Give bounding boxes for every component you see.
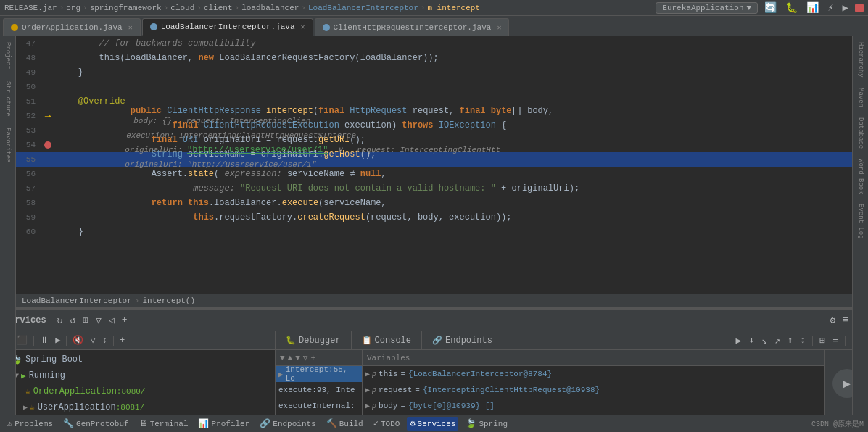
coverage-icon[interactable]: 📊 — [804, 1, 821, 14]
frames-up[interactable]: ▲ — [288, 354, 293, 362]
status-genprotobuf[interactable]: 🔧 GenProtobuf — [60, 417, 132, 431]
breadcrumb-method[interactable]: intercept() — [142, 296, 195, 305]
stop-btn[interactable]: ⬛ — [15, 334, 30, 346]
sidebar-word-book[interactable]: Word Book — [856, 156, 866, 197]
breadcrumb-springframework[interactable]: springframework — [90, 4, 162, 12]
java-icon — [150, 23, 157, 30]
code-editor[interactable]: 47 // for backwards compatibility 48 thi… — [16, 36, 852, 294]
tree-item-spring-boot[interactable]: ▼ 🍃 Spring Boot — [0, 352, 275, 367]
var-request[interactable]: ▶ p request = {InterceptingClientHttpReq… — [363, 382, 824, 398]
profiler-icon: 📊 — [198, 418, 209, 429]
tab-order-application[interactable]: OrderApplication.java ✕ — [3, 18, 141, 36]
mute-btn[interactable]: 🔇 — [70, 334, 86, 346]
line-code: // for backwards compatibility — [54, 38, 852, 49]
breadcrumb-method[interactable]: m intercept — [427, 4, 480, 12]
add2-btn[interactable]: + — [117, 335, 127, 346]
run-icon: ▶ — [21, 371, 26, 381]
tab-debugger[interactable]: 🐛 Debugger — [276, 331, 352, 350]
breadcrumb-cloud[interactable]: cloud — [170, 4, 194, 12]
debug-toolbar-step-in[interactable]: ↘ — [759, 333, 769, 348]
debug-toolbar-down[interactable]: ⬇ — [746, 333, 756, 348]
refresh-icon[interactable]: 🔄 — [762, 1, 779, 14]
rerun-btn[interactable]: ↺ — [67, 313, 78, 328]
filter2-btn[interactable]: ▽ — [88, 334, 97, 346]
debug-toolbar-4[interactable]: ≡ — [830, 333, 840, 347]
frames-dropdown[interactable]: ▼ — [280, 354, 285, 362]
debug-icon[interactable]: 🐛 — [783, 1, 800, 14]
pause-btn[interactable]: ⏸ — [38, 334, 51, 346]
hide-btn[interactable]: ◁ — [107, 313, 117, 328]
tab-close-icon[interactable]: ✕ — [301, 22, 305, 31]
breadcrumb-client[interactable]: client — [204, 4, 233, 12]
tree-item-user-app[interactable]: ▶ ☕ UserApplication :8081/ — [0, 399, 275, 415]
breadcrumb-loadbalancer[interactable]: loadbalancer — [241, 4, 299, 12]
tab-console[interactable]: 📋 Console — [352, 331, 422, 350]
frames-down[interactable]: ▼ — [295, 354, 300, 362]
tab-close-icon[interactable]: ✕ — [128, 23, 133, 32]
debug-toolbar-resume[interactable]: ▶ — [733, 333, 743, 348]
filter-btn[interactable]: ▽ — [94, 313, 104, 328]
csdn-label[interactable]: CSDN @原来是M — [811, 419, 864, 429]
code-line-48: 48 this(loadBalancer, new LoadBalancerRe… — [16, 51, 852, 65]
frame-item-execute[interactable]: execute:93, Inte — [276, 382, 362, 398]
debug-toolbar-frames[interactable]: ⬆ — [785, 333, 795, 348]
sort-btn[interactable]: ⊞ — [80, 313, 91, 328]
services-tree-panel: ↺ ⬛ ⏸ ▶ 🔇 ▽ ↕ + ▼ 🍃 Spring Boot — [0, 331, 276, 416]
refresh-btn[interactable]: ↻ — [55, 313, 65, 328]
resume-btn[interactable]: ▶ — [53, 334, 62, 346]
debug-toolbar-2[interactable]: ↕ — [798, 333, 809, 347]
sidebar-favorites[interactable]: Favorites — [3, 125, 13, 166]
line-number: 51 — [16, 97, 41, 106]
tab-label: Debugger — [299, 336, 341, 346]
var-name: body — [379, 402, 397, 410]
status-endpoints[interactable]: 🔗 Endpoints — [257, 417, 318, 431]
frames-add[interactable]: + — [310, 354, 315, 362]
status-build[interactable]: 🔨 Build — [323, 417, 366, 431]
sidebar-maven[interactable]: Maven — [856, 85, 866, 110]
line-code: final URI originalUri = request.getURI()… — [54, 125, 852, 165]
tab-client-http-interceptor[interactable]: ClientHttpRequestInterceptor.java ✕ — [315, 18, 510, 36]
status-services[interactable]: ⚙ Services — [407, 417, 458, 431]
frames-filter[interactable]: ▽ — [303, 353, 308, 362]
status-spring[interactable]: 🍃 Spring — [463, 417, 511, 431]
tab-endpoints[interactable]: 🔗 Endpoints — [422, 331, 503, 350]
run-icon[interactable]: ▶ — [840, 1, 851, 14]
line-number: 50 — [16, 83, 41, 91]
frame-item-execute-internal-1[interactable]: executeInternal: — [276, 398, 362, 414]
breadcrumb-release[interactable]: RELEASE.jar — [4, 4, 57, 12]
breadcrumb-class[interactable]: LoadBalancerInterceptor — [22, 296, 132, 305]
sidebar-hierarchy[interactable]: Hierarchy — [856, 39, 866, 80]
var-this[interactable]: ▶ p this = {LoadBalancerInterceptor@8784… — [363, 366, 824, 382]
frame-label: execute:93, Inte — [278, 386, 355, 394]
scroll-btn[interactable]: ↕ — [100, 335, 109, 346]
profile-icon[interactable]: ⚡ — [825, 1, 835, 14]
breadcrumb-interceptor[interactable]: LoadBalancerInterceptor — [308, 4, 418, 12]
tab-close-icon[interactable]: ✕ — [497, 23, 501, 32]
sidebar-event-log[interactable]: Event Log — [856, 201, 866, 242]
debug-toolbar-step-out[interactable]: ↗ — [772, 333, 782, 348]
sidebar-database[interactable]: Database — [856, 115, 866, 151]
gear-icon[interactable]: ≡ — [840, 313, 851, 328]
port-label: :8080/ — [117, 387, 146, 396]
tree-item-order-app[interactable]: ☕ OrderApplication :8080/ — [0, 383, 275, 399]
settings-icon[interactable]: ⚙ — [828, 313, 838, 328]
frame-item-intercept[interactable]: ▶ intercept:55, Lo — [276, 366, 362, 382]
status-todo[interactable]: ✓ TODO — [371, 417, 403, 431]
tab-load-balancer-interceptor[interactable]: LoadBalancerInterceptor.java ✕ — [142, 18, 313, 36]
sidebar-project[interactable]: Project — [3, 39, 13, 72]
status-terminal[interactable]: 🖥 Terminal — [136, 417, 191, 431]
endpoints-icon: 🔗 — [432, 336, 442, 345]
breadcrumb-org[interactable]: org — [66, 4, 80, 12]
var-body[interactable]: ▶ p body = {byte[0]@10939} [] — [363, 398, 824, 414]
tree-arrow: ▶ — [23, 403, 28, 412]
status-problems[interactable]: ⚠ Problems — [4, 417, 56, 431]
debug-toolbar-3[interactable]: ⊞ — [817, 333, 827, 348]
sidebar-structure[interactable]: Structure — [3, 78, 13, 120]
line-code: } — [54, 67, 852, 78]
run-config-selector[interactable]: EurekaApplication ▼ — [656, 2, 758, 14]
code-lines: 47 // for backwards compatibility 48 thi… — [16, 36, 852, 239]
stop-button[interactable] — [855, 4, 864, 12]
tree-item-running[interactable]: ▼ ▶ Running — [0, 367, 275, 383]
status-profiler[interactable]: 📊 Profiler — [195, 417, 252, 431]
add-btn[interactable]: + — [120, 313, 130, 327]
